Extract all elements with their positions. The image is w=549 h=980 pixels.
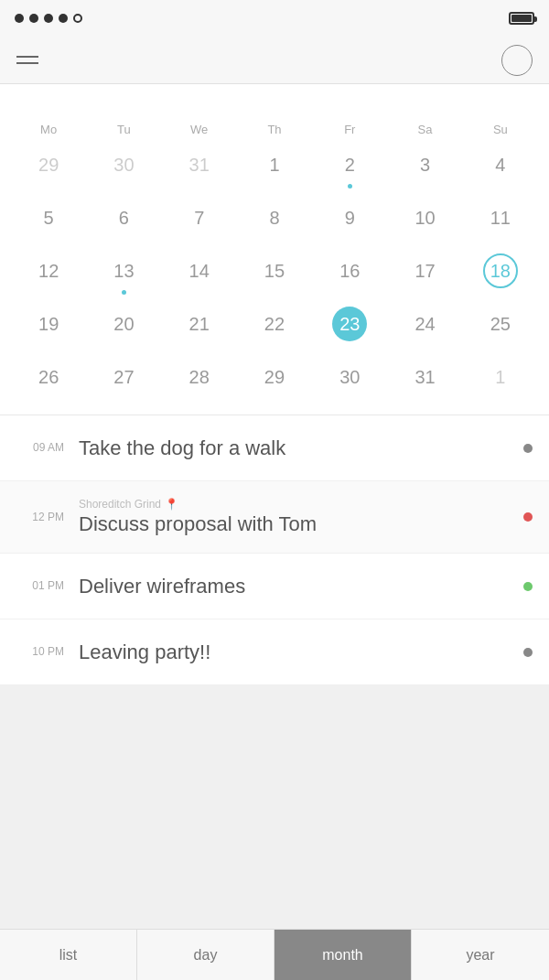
day-cell[interactable]: 6 <box>86 195 161 248</box>
day-number: 4 <box>483 147 518 182</box>
event-item[interactable]: 10 PMLeaving party!! <box>0 619 549 685</box>
next-month-button[interactable] <box>512 97 527 104</box>
event-item[interactable]: 09 AMTake the dog for a walk <box>0 415 549 481</box>
day-cell[interactable]: 3 <box>387 142 462 195</box>
signal-dots <box>15 14 82 23</box>
day-number: 9 <box>332 200 367 235</box>
day-cell[interactable]: 18 <box>463 248 538 301</box>
calendar-grid: MoTuWeThFrSaSu 2930311234567891011121314… <box>0 117 549 415</box>
location-pin-icon: 📍 <box>165 498 178 511</box>
tab-list[interactable]: list <box>0 930 137 980</box>
day-cell[interactable]: 23 <box>312 301 387 354</box>
day-number: 16 <box>332 253 367 288</box>
day-cell[interactable]: 13 <box>86 248 161 301</box>
day-cell[interactable]: 20 <box>86 301 161 354</box>
event-time: 10 PM <box>16 644 64 660</box>
day-number: 28 <box>182 360 217 394</box>
day-cell[interactable]: 17 <box>387 248 462 301</box>
day-number: 3 <box>408 147 443 182</box>
menu-button[interactable] <box>16 56 38 64</box>
day-cell[interactable]: 31 <box>162 142 237 195</box>
day-number: 21 <box>182 307 217 341</box>
event-item[interactable]: 12 PMShoreditch Grind 📍Discuss proposal … <box>0 481 549 554</box>
day-number: 31 <box>182 147 217 182</box>
day-number: 30 <box>106 147 141 182</box>
dot-3 <box>44 14 53 23</box>
tab-year[interactable]: year <box>412 930 549 980</box>
day-number: 23 <box>332 307 367 341</box>
battery-icon <box>509 12 534 25</box>
day-cell[interactable]: 19 <box>11 301 86 354</box>
day-cell[interactable]: 31 <box>387 354 462 407</box>
day-cell[interactable]: 10 <box>387 195 462 248</box>
event-dot <box>122 290 126 295</box>
calendar-header <box>0 84 549 117</box>
day-cell[interactable]: 5 <box>11 195 86 248</box>
day-header-mo: Mo <box>11 117 86 142</box>
day-number: 14 <box>182 253 217 288</box>
event-title: Take the dog for a walk <box>79 436 523 460</box>
day-cell[interactable]: 2 <box>312 142 387 195</box>
dot-2 <box>29 14 38 23</box>
event-time: 12 PM <box>16 510 64 525</box>
day-cell[interactable]: 25 <box>463 301 538 354</box>
day-cell[interactable]: 30 <box>312 354 387 407</box>
day-cell[interactable]: 24 <box>387 301 462 354</box>
day-cell[interactable]: 29 <box>237 354 312 407</box>
day-cell[interactable]: 1 <box>463 354 538 407</box>
event-color-dot <box>523 512 533 522</box>
day-number: 17 <box>408 253 443 288</box>
day-number: 6 <box>106 200 141 235</box>
status-bar <box>0 0 549 37</box>
event-color-dot <box>523 648 533 657</box>
day-cell[interactable]: 9 <box>312 195 387 248</box>
day-number: 15 <box>257 253 292 288</box>
day-cell[interactable]: 27 <box>86 354 161 407</box>
day-cell[interactable]: 14 <box>162 248 237 301</box>
event-details: Shoreditch Grind 📍Discuss proposal with … <box>79 498 523 536</box>
day-header-tu: Tu <box>86 117 161 142</box>
dot-4 <box>59 14 68 23</box>
day-cell[interactable]: 29 <box>11 142 86 195</box>
prev-month-button[interactable] <box>22 97 37 104</box>
day-number: 29 <box>257 360 292 394</box>
top-nav <box>0 37 549 84</box>
event-details: Take the dog for a walk <box>79 436 523 460</box>
day-cell[interactable]: 21 <box>162 301 237 354</box>
days-grid: 2930311234567891011121314151617181920212… <box>7 142 542 407</box>
day-header-fr: Fr <box>312 117 387 142</box>
day-cell[interactable]: 12 <box>11 248 86 301</box>
event-time: 09 AM <box>16 440 64 456</box>
day-cell[interactable]: 1 <box>237 142 312 195</box>
day-number: 27 <box>106 360 141 394</box>
day-number: 12 <box>31 253 66 288</box>
day-cell[interactable]: 22 <box>237 301 312 354</box>
tab-month[interactable]: month <box>274 930 412 980</box>
day-number: 5 <box>31 200 66 235</box>
day-cell[interactable]: 26 <box>11 354 86 407</box>
day-header-su: Su <box>463 117 538 142</box>
event-time: 01 PM <box>16 578 64 594</box>
day-header-we: We <box>162 117 237 142</box>
event-item[interactable]: 01 PMDeliver wireframes <box>0 554 549 619</box>
day-number: 13 <box>106 253 141 288</box>
day-cell[interactable]: 11 <box>463 195 538 248</box>
event-title: Leaving party!! <box>79 641 523 664</box>
day-cell[interactable]: 16 <box>312 248 387 301</box>
day-cell[interactable]: 30 <box>86 142 161 195</box>
event-dot <box>348 343 352 348</box>
day-number: 11 <box>483 200 518 235</box>
day-number: 7 <box>182 200 217 235</box>
day-number: 18 <box>483 253 518 288</box>
day-number: 1 <box>257 147 292 182</box>
day-cell[interactable]: 4 <box>463 142 538 195</box>
event-location: Shoreditch Grind 📍 <box>79 498 523 511</box>
add-event-button[interactable] <box>501 45 533 76</box>
day-cell[interactable]: 8 <box>237 195 312 248</box>
day-cell[interactable]: 7 <box>162 195 237 248</box>
events-list: 09 AMTake the dog for a walk12 PMShoredi… <box>0 415 549 685</box>
day-cell[interactable]: 15 <box>237 248 312 301</box>
day-cell[interactable]: 28 <box>162 354 237 407</box>
tab-day[interactable]: day <box>137 930 274 980</box>
hamburger-line-2 <box>16 62 38 64</box>
